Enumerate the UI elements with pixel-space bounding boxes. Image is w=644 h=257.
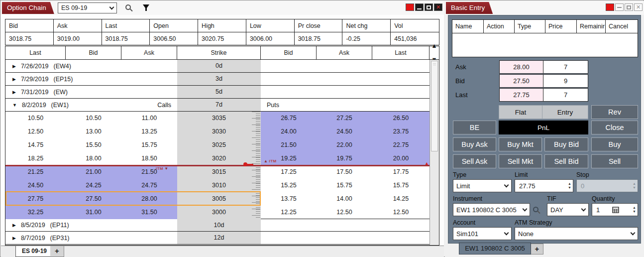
search-icon[interactable] — [125, 4, 131, 10]
call-ask-cell[interactable]: 31.50 — [121, 206, 177, 219]
spin-up-icon[interactable]: ▲ — [568, 182, 571, 185]
minimize-button[interactable] — [415, 3, 424, 11]
tab-ew1-190802-c-3005[interactable]: EW1 190802 C 3005 — [459, 243, 531, 255]
tif-dropdown[interactable]: DAY — [547, 203, 589, 216]
call-bid-cell[interactable]: 18.00 — [66, 152, 121, 165]
put-ask-cell[interactable]: 14.00 — [317, 192, 372, 206]
call-bid-cell[interactable]: 24.25 — [66, 179, 121, 192]
window-color-button[interactable] — [606, 3, 614, 11]
call-ask-cell[interactable]: 13.25 — [121, 125, 177, 138]
expand-icon[interactable]: ▶ — [12, 90, 16, 95]
call-ask-cell[interactable]: 28.00 — [121, 192, 177, 206]
expiry-row-7-29[interactable]: ▶ 7/29/2019 (EP15) 3d — [5, 73, 429, 86]
window-color-button[interactable] — [406, 3, 414, 11]
flat-button[interactable]: Flat — [499, 105, 542, 119]
put-ask-cell[interactable]: 12.50 — [317, 206, 372, 219]
buy-ask-button[interactable]: Buy Ask — [453, 137, 496, 151]
put-bid-cell[interactable]: 17.25 — [261, 165, 317, 179]
sell-ask-button[interactable]: Sell Ask — [453, 154, 496, 168]
maximize-button[interactable] — [425, 3, 433, 11]
spin-down-icon[interactable]: ▼ — [633, 210, 636, 213]
put-ask-cell[interactable]: 27.25 — [317, 112, 372, 125]
instrument-selector[interactable]: ES 09-19 — [58, 2, 117, 13]
put-bid-cell[interactable]: 13.75 — [261, 192, 317, 206]
buy-bid-button[interactable]: Buy Bid — [544, 137, 588, 151]
call-last-cell[interactable]: 24.50 — [5, 179, 66, 192]
expand-icon[interactable]: ▶ — [12, 77, 16, 82]
add-tab-button[interactable]: + — [531, 244, 543, 255]
limit-price-field[interactable]: 27.75 ▲ ▼ — [515, 179, 573, 192]
expand-icon[interactable]: ▶ — [12, 64, 16, 69]
call-last-cell[interactable]: 32.25 — [5, 206, 66, 219]
call-bid-cell[interactable]: 10.50 — [66, 112, 121, 125]
call-last-cell[interactable]: 10.50 — [5, 112, 66, 125]
expiry-row-7-31[interactable]: ▶ 7/31/2019 (EW) 5d — [5, 86, 429, 99]
instrument-search-icon[interactable] — [533, 207, 538, 212]
sell-bid-button[interactable]: Sell Bid — [544, 154, 588, 168]
put-last-cell[interactable]: 12.50 — [372, 206, 429, 219]
atm-strategy-dropdown[interactable]: None — [515, 227, 638, 240]
sell-mkt-button[interactable]: Sell Mkt — [499, 154, 542, 168]
order-type-dropdown[interactable]: Limit — [453, 179, 512, 192]
put-ask-cell[interactable]: 19.75 — [317, 152, 372, 165]
collapse-icon[interactable]: ▼ — [12, 103, 17, 108]
minimize-button[interactable] — [615, 3, 624, 11]
put-last-cell[interactable]: 15.75 — [372, 179, 429, 192]
expiry-row-8-2-expanded[interactable]: ▼ 8/2/2019 (EW1) Calls 7d Puts — [5, 99, 429, 112]
put-last-cell[interactable]: 20.00 — [372, 152, 429, 165]
put-last-cell[interactable]: 26.50 — [372, 112, 429, 125]
call-ask-cell[interactable]: 15.75 — [121, 138, 177, 152]
call-bid-cell[interactable]: 21.00 — [66, 165, 121, 179]
quantity-field[interactable]: 1 ▲ ▼ — [592, 203, 638, 216]
put-bid-cell[interactable]: 24.00 — [261, 125, 317, 138]
scrollbar-thumb[interactable] — [431, 61, 438, 151]
instrument-dropdown[interactable]: EW1 190802 C 3005 — [453, 203, 530, 216]
put-bid-cell[interactable]: 12.25 — [261, 206, 317, 219]
put-bid-cell[interactable]: 26.75 — [261, 112, 317, 125]
put-last-cell[interactable]: 23.75 — [372, 125, 429, 138]
call-bid-cell[interactable]: 27.50 — [66, 192, 121, 206]
close-button[interactable]: ✕ — [434, 3, 442, 11]
expiry-row-7-26[interactable]: ▶ 7/26/2019 (EW4) 0d — [5, 60, 429, 73]
option-chain-title-tab[interactable]: Option Chain — [2, 2, 54, 14]
bid-price-cell[interactable]: 27.50 — [499, 74, 543, 88]
reverse-button[interactable]: Rev — [591, 105, 638, 119]
entry-button[interactable]: Entry — [542, 105, 588, 119]
chain-scrollbar[interactable] — [429, 60, 439, 245]
account-dropdown[interactable]: Sim101 — [453, 227, 512, 240]
call-ask-cell[interactable]: 18.50 — [121, 152, 177, 165]
put-ask-cell[interactable]: 17.50 — [317, 165, 372, 179]
call-last-cell[interactable]: 27.75 — [5, 192, 66, 206]
last-price-cell[interactable]: 27.75 — [499, 88, 543, 102]
buy-mkt-button[interactable]: Buy Mkt — [499, 137, 542, 151]
breakeven-button[interactable]: BE — [453, 121, 496, 134]
ask-price-cell[interactable]: 28.00 — [499, 60, 543, 74]
buy-button[interactable]: Buy — [591, 137, 638, 151]
expiry-row-8-7[interactable]: ▶ 8/7/2019 (EP31) 12d — [5, 232, 429, 245]
put-ask-cell[interactable]: 22.00 — [317, 138, 372, 152]
call-ask-cell[interactable]: 21.50 — [121, 165, 177, 179]
add-tab-button[interactable]: + — [50, 246, 64, 257]
expiry-row-8-5[interactable]: ▶ 8/5/2019 (EP11) 10d — [5, 219, 429, 232]
maximize-button[interactable] — [625, 3, 633, 11]
header-spinner[interactable]: ▲ ▼ — [429, 46, 439, 59]
put-bid-cell[interactable]: 21.50 — [261, 138, 317, 152]
close-button[interactable]: ✕ — [634, 3, 643, 11]
spin-up-icon[interactable]: ▲ — [633, 206, 636, 209]
calculator-icon[interactable] — [612, 207, 619, 213]
put-ask-cell[interactable]: 24.50 — [317, 125, 372, 138]
spin-up-icon[interactable]: ▲ — [431, 39, 437, 52]
basic-entry-title-tab[interactable]: Basic Entry — [446, 2, 493, 14]
put-last-cell[interactable]: 22.75 — [372, 138, 429, 152]
filter-icon[interactable] — [142, 4, 150, 12]
close-position-button[interactable]: Close — [591, 121, 638, 134]
expand-icon[interactable]: ▶ — [12, 223, 16, 228]
spin-down-icon[interactable]: ▼ — [568, 186, 571, 189]
call-last-cell[interactable]: 21.25 — [5, 165, 66, 179]
call-last-cell[interactable]: 18.25 — [5, 152, 66, 165]
tab-es-09-19[interactable]: ES 09-19 — [15, 246, 53, 257]
expand-icon[interactable]: ▶ — [12, 236, 16, 241]
put-last-cell[interactable]: 14.25 — [372, 192, 429, 206]
call-ask-cell[interactable]: 24.75 — [121, 179, 177, 192]
call-bid-cell[interactable]: 13.00 — [66, 125, 121, 138]
